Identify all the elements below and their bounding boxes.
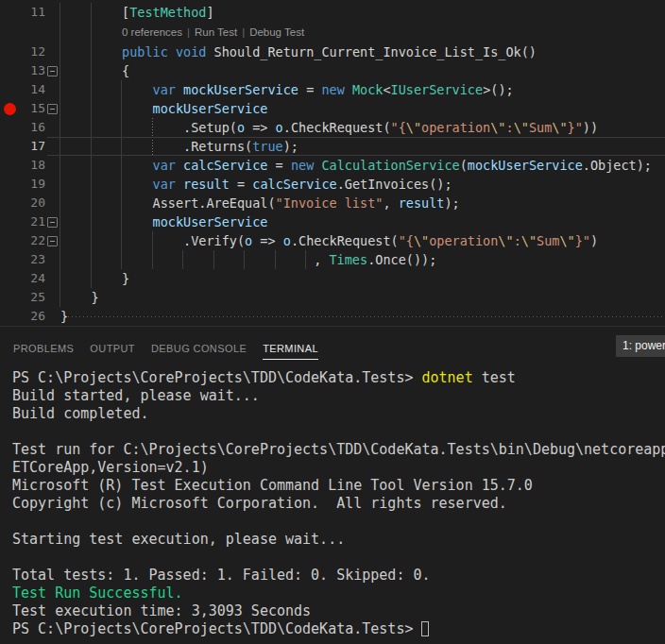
codelens-separator: |: [237, 26, 249, 38]
run-test-link[interactable]: Run Test: [195, 26, 237, 38]
terminal-line: Build started, please wait...: [12, 387, 665, 405]
terminal-line: ETCoreApp,Version=v2.1): [12, 459, 665, 477]
line-number: 20: [21, 194, 45, 212]
tab-problems[interactable]: PROBLEMS: [13, 343, 74, 360]
breakpoint-gutter[interactable]: [0, 99, 21, 118]
code-line-18[interactable]: 18 var calcService = new CalculationServ…: [0, 156, 665, 175]
breakpoint-gutter[interactable]: [0, 212, 21, 231]
line-number: 26: [21, 307, 45, 326]
code-text: .Returns(true);: [60, 137, 665, 156]
breakpoint-gutter[interactable]: [0, 288, 21, 307]
terminal-line: Total tests: 1. Passed: 1. Failed: 0. Sk…: [12, 567, 665, 585]
code-line-14[interactable]: 14 var mockUserService = new Mock<IUserS…: [0, 80, 665, 99]
code-line-20[interactable]: 20 Assert.AreEqual("Invoice list", resul…: [0, 194, 665, 212]
code-line-15[interactable]: 15 mockUserService: [0, 99, 665, 118]
code-line-24[interactable]: 24 }: [0, 269, 665, 288]
code-text: .Verify(o => o.CheckRequest("{\"operatio…: [60, 231, 665, 250]
codelens-row: 0 references|Run Test|Debug Test: [0, 22, 665, 42]
debug-test-link[interactable]: Debug Test: [249, 26, 304, 38]
terminal-line: PS C:\Projects\CoreProjects\TDD\CodeKata…: [12, 369, 665, 387]
fold-gutter: [45, 156, 60, 175]
line-number: 15: [21, 99, 45, 118]
fold-collapse-icon[interactable]: [47, 104, 58, 114]
breakpoint-gutter[interactable]: [0, 118, 21, 137]
fold-collapse-icon[interactable]: [47, 236, 58, 246]
code-text: , Times.Once());: [60, 250, 665, 269]
breakpoint-gutter[interactable]: [0, 194, 21, 212]
code-text: {: [60, 61, 665, 80]
fold-gutter: [45, 231, 60, 250]
terminal-cursor: [421, 621, 429, 636]
fold-gutter: [45, 250, 60, 269]
code-text: [TestMethod]: [60, 3, 665, 22]
terminal-line: Build completed.: [12, 405, 665, 423]
codelens-text: 0 references|Run Test|Debug Test: [122, 22, 304, 42]
terminal-line: Test execution time: 3,3093 Seconds: [12, 602, 665, 620]
fold-gutter: [45, 307, 60, 326]
code-line-21[interactable]: 21 mockUserService: [0, 212, 665, 231]
code-line-22[interactable]: 22 .Verify(o => o.CheckRequest("{\"opera…: [0, 231, 665, 250]
code-line-11[interactable]: 11 [TestMethod]: [0, 3, 665, 22]
breakpoint-gutter[interactable]: [0, 3, 21, 22]
code-line-25[interactable]: 25 }: [0, 288, 665, 307]
code-line-26[interactable]: 26}: [0, 307, 665, 326]
code-text: .Setup(o => o.CheckRequest("{\"operation…: [60, 118, 665, 137]
bottom-panel: PROBLEMSOUTPUTDEBUG CONSOLETERMINAL 1: p…: [0, 326, 665, 644]
indent-guide: [60, 22, 60, 42]
line-number: 14: [21, 80, 45, 99]
code-text: var calcService = new CalculationService…: [60, 156, 665, 175]
fold-gutter: [45, 3, 60, 22]
code-editor[interactable]: 11 [TestMethod]0 references|Run Test|Deb…: [0, 0, 665, 326]
fold-gutter: [45, 137, 60, 156]
breakpoint-gutter[interactable]: [0, 156, 21, 175]
line-number: 16: [21, 118, 45, 137]
terminal-selector-dropdown[interactable]: 1: powers: [616, 335, 665, 357]
terminal-line: Microsoft (R) Test Execution Command Lin…: [12, 477, 665, 495]
line-number: 21: [21, 212, 45, 231]
fold-gutter: [45, 212, 60, 231]
code-text: mockUserService: [60, 99, 665, 118]
line-number: 22: [21, 231, 45, 250]
breakpoint-gutter[interactable]: [0, 80, 21, 99]
code-line-23[interactable]: 23 , Times.Once());: [0, 250, 665, 269]
code-line-12[interactable]: 12 public void Should_Return_Current_Inv…: [0, 42, 665, 61]
breakpoint-gutter[interactable]: [0, 269, 21, 288]
codelens-separator: |: [182, 26, 195, 38]
code-text: }: [60, 307, 665, 326]
code-line-13[interactable]: 13 {: [0, 61, 665, 80]
terminal[interactable]: PS C:\Projects\CoreProjects\TDD\CodeKata…: [0, 366, 665, 638]
fold-collapse-icon[interactable]: [47, 66, 58, 76]
code-line-19[interactable]: 19 var result = calcService.GetInvoices(…: [0, 175, 665, 194]
code-text: var mockUserService = new Mock<IUserServ…: [60, 80, 665, 99]
terminal-line: Copyright (c) Microsoft Corporation. All…: [12, 495, 665, 513]
breakpoint-gutter[interactable]: [0, 61, 21, 80]
breakpoint-gutter[interactable]: [0, 307, 21, 326]
code-line-17[interactable]: 17 .Returns(true);: [0, 137, 665, 156]
fold-gutter: [45, 288, 60, 307]
tab-debug-console[interactable]: DEBUG CONSOLE: [151, 343, 247, 360]
fold-collapse-icon[interactable]: [47, 217, 58, 228]
tab-terminal[interactable]: TERMINAL: [263, 343, 318, 360]
fold-gutter: [45, 175, 60, 194]
breakpoint-gutter[interactable]: [0, 42, 21, 61]
indent-guide: [91, 22, 92, 42]
breakpoint-gutter[interactable]: [0, 250, 21, 269]
line-number: 13: [21, 61, 45, 80]
line-number: 12: [21, 42, 45, 61]
fold-gutter: [45, 194, 60, 212]
breakpoint-gutter[interactable]: [0, 231, 21, 250]
terminal-line: [12, 513, 665, 531]
code-text: var result = calcService.GetInvoices();: [60, 175, 665, 194]
breakpoint-icon[interactable]: [4, 103, 16, 115]
terminal-line: [12, 423, 665, 441]
code-line-16[interactable]: 16 .Setup(o => o.CheckRequest("{\"operat…: [0, 118, 665, 137]
panel-tab-bar: PROBLEMSOUTPUTDEBUG CONSOLETERMINAL: [0, 327, 665, 366]
breakpoint-gutter[interactable]: [0, 137, 21, 156]
line-number: 18: [21, 156, 45, 175]
breakpoint-gutter[interactable]: [0, 175, 21, 194]
tab-output[interactable]: OUTPUT: [90, 343, 135, 360]
terminal-line: PS C:\Projects\CoreProjects\TDD\CodeKata…: [12, 620, 665, 638]
line-number: 25: [21, 288, 45, 307]
terminal-line: [12, 549, 665, 567]
line-number: 23: [21, 250, 45, 269]
